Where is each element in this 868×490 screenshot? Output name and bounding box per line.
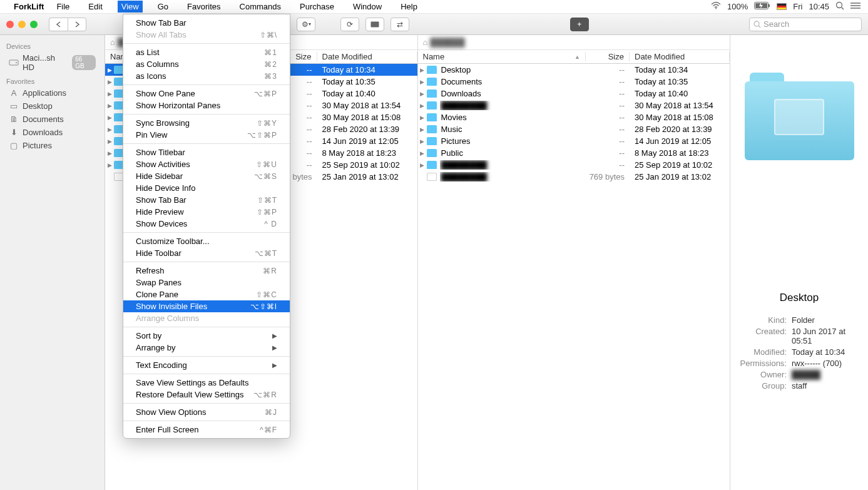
sidebar-applications[interactable]: AApplications [0,86,105,100]
search-placeholder: Search [763,19,789,29]
menuitem-show-one-pane[interactable]: Show One Pane⌥⌘P [123,88,290,100]
sidebar-head-favorites: Favorites [0,74,105,86]
menuitem-show-horizontal-panes[interactable]: Show Horizontal Panes [123,100,290,111]
traffic-lights [6,21,38,28]
menuitem-hide-sidebar[interactable]: Hide Sidebar⌥⌘S [123,170,290,182]
right-pane: ⌂ ██████ Name▲ Size Date Modified ▶Deskt… [418,35,731,490]
menu-favorites[interactable]: Favorites [183,1,224,13]
preview-pane: Desktop Kind:FolderCreated:10 Jun 2017 a… [730,35,868,490]
menuitem-restore-default-view-settings[interactable]: Restore Default View Settings⌥⌘R [123,389,290,401]
menuitem-sort-by[interactable]: Sort by▶ [123,330,290,342]
menuitem-show-view-options[interactable]: Show View Options⌘J [123,406,290,418]
minimize-button[interactable] [18,21,26,28]
preview-meta-row: Created:10 Jun 2017 at 05:51 [737,327,862,345]
menuitem-hide-preview[interactable]: Hide Preview⇧⌘P [123,206,290,218]
file-row[interactable]: ▶████████--25 Sep 2019 at 10:02 [418,159,730,171]
menuitem-pin-view[interactable]: Pin View⌥⇧⌘P [123,129,290,141]
close-button[interactable] [6,21,14,28]
menuitem-save-view-settings-as-defaults[interactable]: Save View Settings as Defaults [123,377,290,389]
preview-folder-icon [745,73,854,160]
svg-point-0 [715,8,717,9]
menuitem-show-activities[interactable]: Show Activities⇧⌘U [123,158,290,170]
battery-percent: 100% [727,2,748,11]
preview-meta-row: Modified:Today at 10:34 [737,347,862,357]
wifi-icon[interactable] [711,2,721,11]
menuitem-as-icons[interactable]: as Icons⌘3 [123,70,290,82]
document-icon [427,173,437,181]
menu-file[interactable]: File [53,1,73,13]
compare-button[interactable]: ⇄ [391,18,409,31]
flag-icon[interactable] [777,3,787,10]
folder-icon [427,101,437,110]
menuitem-hide-toolbar[interactable]: Hide Toolbar⌥⌘T [123,247,290,259]
new-connection-button[interactable]: + [570,18,589,31]
nav-forward-button[interactable] [68,18,86,31]
sidebar-pictures[interactable]: ▢Pictures [0,139,105,152]
spotlight-icon[interactable] [835,1,844,12]
sidebar-desktop[interactable]: ▭Desktop [0,100,105,113]
sidebar-head-devices: Devices [0,39,105,51]
actions-button[interactable]: ⚙︎▾ [297,18,315,31]
menuitem-as-columns[interactable]: as Columns⌘2 [123,58,290,70]
svg-line-11 [758,26,760,28]
folder-icon [427,78,437,86]
menuitem-show-devices[interactable]: Show Devices^ D [123,218,290,230]
menuitem-hide-device-info[interactable]: Hide Device Info [123,182,290,194]
home-icon: ⌂ [423,38,428,47]
file-row[interactable]: ▶Public--8 May 2018 at 18:23 [418,147,730,159]
nav-back-button[interactable] [49,18,68,31]
menuitem-enter-full-screen[interactable]: Enter Full Screen^⌘F [123,424,290,436]
menuitem-customize-toolbar-[interactable]: Customize Toolbar... [123,235,290,247]
menuitem-sync-browsing[interactable]: Sync Browsing⇧⌘Y [123,117,290,129]
sidebar-documents[interactable]: 🗎Documents [0,113,105,126]
menuitem-show-invisible-files[interactable]: Show Invisible Files⌥⇧⌘I [123,300,290,312]
terminal-button[interactable] [365,18,384,31]
preview-meta-row: Permissions:rwx------ (700) [737,359,862,368]
right-breadcrumb[interactable]: ⌂ ██████ [418,35,730,50]
sidebar-device[interactable]: Maci...sh HD 66 GB [0,51,105,74]
folder-icon [427,161,437,169]
svg-rect-9 [371,21,379,27]
pictures-icon: ▢ [9,141,19,150]
menuitem-show-titlebar[interactable]: Show Titlebar [123,146,290,158]
file-row[interactable]: ▶Downloads--Today at 10:40 [418,88,730,100]
app-name[interactable]: ForkLift [14,2,44,11]
menuitem-swap-panes[interactable]: Swap Panes [123,277,290,288]
hdd-icon [9,58,19,67]
file-row[interactable]: ████████769 bytes25 Jan 2019 at 13:02 [418,171,730,183]
menuitem-refresh[interactable]: Refresh⌘R [123,265,290,277]
folder-icon [427,89,437,98]
svg-point-4 [837,3,842,8]
sync-button[interactable]: ⟳ [340,18,359,31]
menuitem-arrange-by[interactable]: Arrange by▶ [123,342,290,354]
file-row[interactable]: ▶Movies--30 May 2018 at 15:08 [418,111,730,123]
documents-icon: 🗎 [9,115,19,124]
menuitem-show-tab-bar[interactable]: Show Tab Bar [123,17,290,29]
menu-help[interactable]: Help [397,1,421,13]
battery-icon[interactable] [754,2,770,11]
menu-edit[interactable]: Edit [84,1,106,13]
file-row[interactable]: ▶Music--28 Feb 2020 at 13:39 [418,123,730,135]
desktop-icon: ▭ [9,102,19,111]
home-icon: ⌂ [110,38,115,47]
menuitem-clone-pane[interactable]: Clone Pane⇧⌘C [123,288,290,300]
sidebar-downloads[interactable]: ⬇Downloads [0,126,105,139]
file-row[interactable]: ▶Pictures--14 Jun 2019 at 12:05 [418,135,730,147]
menu-view[interactable]: View [118,1,143,13]
menu-commands[interactable]: Commands [236,1,285,13]
menuitem-as-list[interactable]: as List⌘1 [123,46,290,58]
right-column-headers[interactable]: Name▲ Size Date Modified [418,50,730,64]
menu-purchase[interactable]: Purchase [296,1,338,13]
menuitem-show-tab-bar[interactable]: Show Tab Bar⇧⌘T [123,194,290,206]
menuitem-text-encoding[interactable]: Text Encoding▶ [123,359,290,371]
zoom-button[interactable] [30,21,38,28]
menu-icon[interactable] [850,2,860,11]
search-input[interactable]: Search [749,18,862,31]
applications-icon: A [9,89,19,98]
menu-window[interactable]: Window [349,1,385,13]
file-row[interactable]: ▶████████--30 May 2018 at 13:54 [418,100,730,111]
menuitem-show-all-tabs: Show All Tabs⇧⌘\ [123,29,290,41]
file-row[interactable]: ▶Documents--Today at 10:35 [418,76,730,88]
file-row[interactable]: ▶Desktop--Today at 10:34 [418,64,730,76]
menu-go[interactable]: Go [154,1,172,13]
